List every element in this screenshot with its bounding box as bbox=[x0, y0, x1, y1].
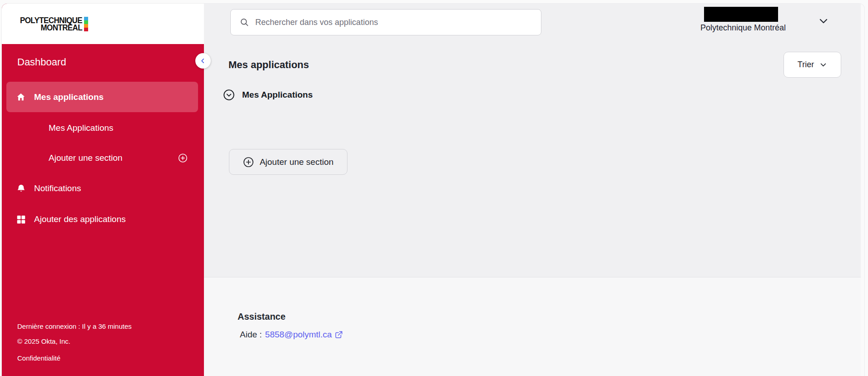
sort-button-label: Trier bbox=[798, 60, 814, 69]
sidebar-subitem-label: Mes Applications bbox=[49, 123, 114, 133]
logo-color-squares bbox=[84, 17, 88, 31]
help-email-link[interactable]: 5858@polymtl.ca bbox=[265, 330, 343, 340]
sort-button[interactable]: Trier bbox=[784, 52, 841, 78]
sidebar-subitem-label: Ajouter une section bbox=[49, 153, 123, 163]
main-content: Polytechnique Montréal Mes applications … bbox=[204, 4, 864, 376]
sidebar-item-mes-applications[interactable]: Mes applications bbox=[6, 82, 198, 112]
polytechnique-logo: POLYTECHNIQUE MONTRÉAL bbox=[20, 17, 88, 31]
user-name-redacted bbox=[704, 7, 778, 22]
assistance-line: Aide : 5858@polymtl.ca bbox=[240, 330, 343, 340]
assistance-title: Assistance bbox=[238, 312, 286, 322]
chevron-down-icon[interactable] bbox=[818, 15, 829, 26]
user-menu[interactable]: Polytechnique Montréal bbox=[700, 7, 786, 33]
collapse-section-icon[interactable] bbox=[223, 89, 235, 101]
search-icon bbox=[240, 18, 249, 27]
help-email: 5858@polymtl.ca bbox=[265, 330, 332, 340]
right-edge-strip bbox=[861, 4, 864, 376]
sidebar-item-notifications[interactable]: Notifications bbox=[2, 179, 204, 198]
privacy-link[interactable]: Confidentialité bbox=[17, 354, 60, 362]
bell-icon bbox=[16, 183, 26, 193]
search-box[interactable] bbox=[230, 9, 541, 35]
help-prefix: Aide : bbox=[240, 330, 262, 340]
sidebar-collapse-button[interactable] bbox=[195, 53, 211, 69]
sidebar: POLYTECHNIQUE MONTRÉAL Dashboard Mes app… bbox=[2, 4, 204, 376]
copyright-text: © 2025 Okta, Inc. bbox=[17, 337, 70, 345]
logo-wordmark: POLYTECHNIQUE MONTRÉAL bbox=[20, 16, 82, 31]
logo-area: POLYTECHNIQUE MONTRÉAL bbox=[2, 4, 204, 44]
sidebar-item-ajouter-des-applications[interactable]: Ajouter des applications bbox=[2, 210, 204, 228]
plus-circle-icon bbox=[243, 157, 254, 168]
chevron-left-icon bbox=[200, 58, 206, 64]
org-name: Polytechnique Montréal bbox=[700, 23, 786, 33]
sidebar-item-label: Ajouter des applications bbox=[34, 214, 126, 224]
sidebar-title: Dashboard bbox=[17, 56, 66, 68]
home-icon bbox=[16, 92, 26, 102]
search-input[interactable] bbox=[255, 18, 519, 27]
section-title: Mes Applications bbox=[242, 90, 313, 100]
external-link-icon bbox=[335, 331, 343, 339]
app-window: POLYTECHNIQUE MONTRÉAL Dashboard Mes app… bbox=[2, 4, 864, 376]
apps-grid-icon bbox=[16, 214, 26, 224]
add-section-label: Ajouter une section bbox=[260, 157, 334, 167]
last-connection-text: Dernière connexion : Il y a 36 minutes bbox=[17, 322, 132, 330]
section-mes-applications[interactable]: Mes Applications bbox=[223, 89, 313, 101]
sidebar-item-label: Notifications bbox=[34, 183, 81, 193]
sidebar-subitem-mes-applications[interactable]: Mes Applications bbox=[2, 119, 204, 137]
add-section-button[interactable]: Ajouter une section bbox=[229, 149, 347, 175]
page-title: Mes applications bbox=[228, 59, 309, 71]
plus-circle-icon[interactable] bbox=[178, 153, 188, 163]
chevron-down-icon bbox=[819, 61, 827, 69]
assistance-band bbox=[204, 277, 864, 376]
sidebar-item-label: Mes applications bbox=[34, 92, 104, 102]
sidebar-subitem-ajouter-une-section[interactable]: Ajouter une section bbox=[2, 149, 204, 167]
